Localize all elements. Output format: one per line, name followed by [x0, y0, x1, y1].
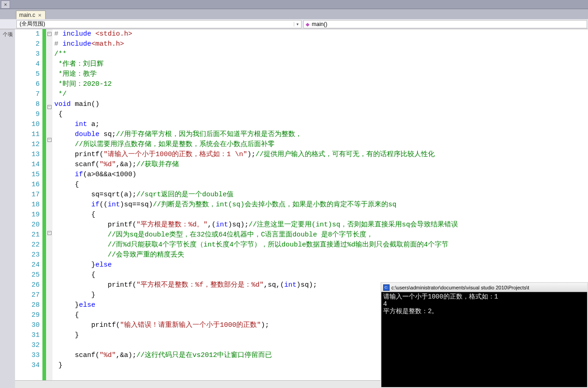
code-line[interactable]: //而%d只能获取4个字节长度（int长度4个字节），所以double数据直接通… — [54, 240, 458, 250]
fold-toggle — [46, 261, 52, 271]
scope-dropdown-label: (全局范围) — [20, 20, 45, 28]
document-tab-strip: main.c ✕ — [0, 9, 588, 19]
code-line[interactable]: { — [54, 110, 458, 120]
line-number: 15 — [15, 170, 40, 180]
console-window: C: c:\users\administrator\documents\visu… — [380, 282, 588, 388]
chevron-down-icon: ▾ — [294, 22, 301, 26]
close-panel-button[interactable]: ✕ — [1, 0, 10, 9]
line-number: 9 — [15, 110, 40, 120]
code-line[interactable]: int a; — [54, 120, 458, 130]
fold-toggle[interactable]: − — [46, 231, 52, 241]
function-dropdown-label: main() — [312, 21, 328, 27]
fold-toggle — [46, 281, 52, 291]
line-number: 26 — [15, 280, 40, 290]
fold-toggle — [46, 301, 52, 311]
console-icon: C: — [383, 284, 390, 291]
code-line[interactable]: { — [54, 180, 458, 190]
console-output: 请输入一个小于1000的正数，格式如：14平方根是整数：2。 — [381, 292, 587, 316]
line-number: 18 — [15, 200, 40, 210]
line-number: 5 — [15, 69, 40, 79]
fold-toggle — [46, 362, 52, 372]
line-number: 19 — [15, 210, 40, 220]
line-number: 14 — [15, 160, 40, 170]
code-line[interactable]: sq=sqrt(a);//sqrt返回的是一个double值 — [54, 190, 458, 200]
console-line: 请输入一个小于1000的正数，格式如：1 — [383, 293, 585, 300]
code-line[interactable]: if(a>0&&a<1000) — [54, 170, 458, 180]
tab-main-c[interactable]: main.c ✕ — [16, 10, 46, 19]
code-line[interactable]: }else — [54, 260, 458, 270]
code-line[interactable]: scanf("%d",&a);//获取并存储 — [54, 160, 458, 170]
line-number: 22 — [15, 240, 40, 250]
code-line[interactable]: *作者：刘日辉 — [54, 59, 458, 69]
fold-toggle — [46, 62, 52, 72]
line-number: 33 — [15, 351, 40, 361]
console-title-text: c:\users\administrator\documents\visual … — [391, 285, 529, 290]
close-icon[interactable]: ✕ — [37, 12, 42, 18]
fold-toggle — [46, 52, 52, 62]
line-number: 4 — [15, 59, 40, 69]
navigation-bar: (全局范围) ▾ ◆ main() — [0, 19, 588, 29]
code-line[interactable]: void main() — [54, 100, 458, 110]
line-number: 7 — [15, 89, 40, 100]
fold-toggle[interactable]: − — [46, 105, 52, 115]
fold-toggle — [46, 241, 52, 251]
line-number: 11 — [15, 130, 40, 140]
line-number: 24 — [15, 260, 40, 270]
fold-toggle[interactable]: − — [46, 32, 52, 42]
code-line[interactable]: # include <stdio.h> — [54, 29, 458, 39]
fold-toggle — [46, 125, 52, 135]
scope-dropdown[interactable]: (全局范围) ▾ — [16, 20, 302, 28]
side-panel-collapsed[interactable]: 个项 — [0, 29, 15, 388]
line-number: 30 — [15, 320, 40, 330]
line-number: 29 — [15, 310, 40, 320]
fold-toggle — [46, 82, 52, 92]
code-line[interactable]: { — [54, 210, 458, 220]
fold-toggle — [46, 188, 52, 198]
fold-toggle — [46, 271, 52, 281]
code-line[interactable]: *用途：教学 — [54, 69, 458, 79]
code-line[interactable]: //因为sq是double类型，在32位或64位机器中，C语言里面double … — [54, 230, 458, 240]
line-number: 6 — [15, 79, 40, 89]
fold-toggle — [46, 148, 52, 158]
line-number: 10 — [15, 120, 40, 130]
line-number: 28 — [15, 300, 40, 310]
method-icon: ◆ — [306, 21, 311, 27]
code-line[interactable]: /** — [54, 49, 458, 59]
code-line[interactable]: //会导致严重的精度丢失 — [54, 250, 458, 260]
fold-toggle — [46, 351, 52, 362]
code-line[interactable]: printf("平方根是整数：%d。",(int)sq);//注意这里一定要用(… — [54, 220, 458, 230]
console-title-bar[interactable]: C: c:\users\administrator\documents\visu… — [381, 283, 587, 292]
code-line[interactable]: double sq;//用于存储平方根，因为我们后面不知道平方根是否为整数， — [54, 130, 458, 140]
code-line[interactable]: { — [54, 270, 458, 280]
function-dropdown[interactable]: ◆ main() — [303, 20, 588, 28]
fold-toggle — [46, 158, 52, 168]
code-line[interactable]: *时间：2020-12 — [54, 79, 458, 89]
side-panel-label: 个项 — [3, 31, 13, 37]
fold-toggle — [46, 341, 52, 351]
code-line[interactable]: if((int)sq==sq)//判断是否为整数，int(sq)会去掉小数点，如… — [54, 200, 458, 210]
line-number: 1 — [15, 29, 40, 39]
line-number: 3 — [15, 49, 40, 59]
line-number: 23 — [15, 250, 40, 260]
fold-toggle — [46, 178, 52, 188]
fold-toggle — [46, 321, 52, 331]
fold-toggle — [46, 331, 52, 341]
fold-toggle[interactable]: − — [46, 138, 52, 148]
line-number: 2 — [15, 39, 40, 49]
fold-toggle — [46, 208, 52, 218]
code-line[interactable]: */ — [54, 89, 458, 100]
fold-toggle — [46, 198, 52, 208]
fold-toggle — [46, 115, 52, 125]
line-number: 25 — [15, 270, 40, 280]
code-line[interactable]: printf("请输入一个小于1000的正数，格式如：1 \n");//提供用户… — [54, 150, 458, 160]
line-number: 32 — [15, 341, 40, 351]
fold-toggle — [46, 168, 52, 178]
fold-toggle — [46, 92, 52, 102]
line-number: 20 — [15, 220, 40, 230]
code-line[interactable]: # include<math.h> — [54, 39, 458, 49]
line-number: 16 — [15, 180, 40, 190]
line-number: 13 — [15, 150, 40, 160]
code-line[interactable]: //所以需要用浮点数存储，如果是整数，系统会在小数点后面补零 — [54, 140, 458, 150]
line-number: 17 — [15, 190, 40, 200]
top-toolbar: ✕ — [0, 0, 588, 9]
